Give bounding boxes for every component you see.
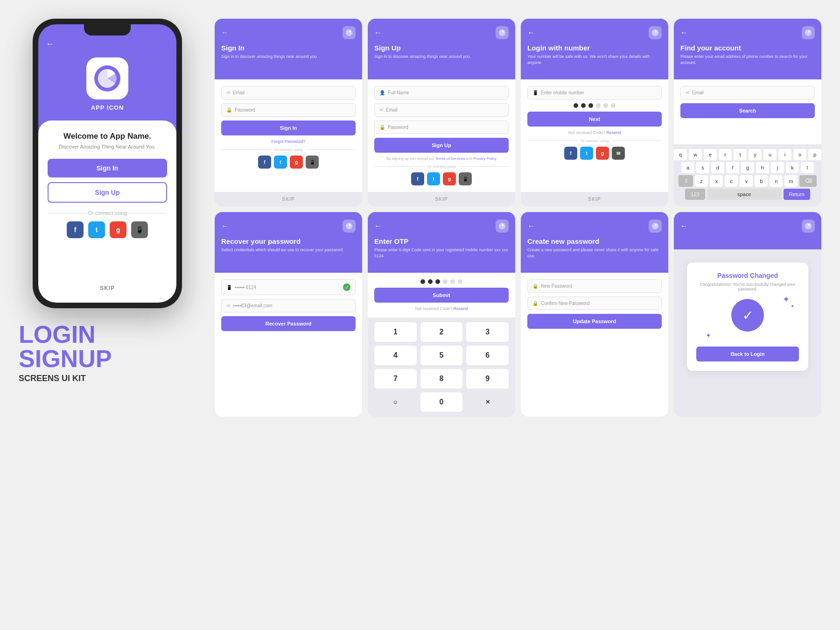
kb-return[interactable]: Return: [784, 189, 810, 200]
kb-b[interactable]: b: [755, 175, 768, 187]
facebook-icon[interactable]: f: [67, 221, 84, 238]
signin-email-field[interactable]: ✉ Email: [221, 86, 356, 99]
kb-n[interactable]: n: [770, 175, 783, 187]
kb-k[interactable]: k: [786, 162, 799, 173]
kb-numbers[interactable]: 123: [685, 189, 705, 200]
resend-link[interactable]: Resend: [607, 130, 621, 135]
kb-p[interactable]: p: [808, 149, 821, 160]
numpad-4[interactable]: 4: [374, 346, 417, 365]
numpad-7[interactable]: 7: [374, 369, 417, 389]
ln-twitter-icon[interactable]: t: [580, 147, 593, 160]
kb-q[interactable]: q: [674, 149, 687, 160]
phone-icon[interactable]: 📱: [131, 221, 148, 238]
kb-y[interactable]: y: [749, 149, 762, 160]
ln-facebook-icon[interactable]: f: [564, 147, 577, 160]
confirm-password-field[interactable]: 🔒 Confirm New Password: [527, 297, 662, 310]
kb-v[interactable]: v: [740, 175, 753, 187]
numpad-5[interactable]: 5: [420, 346, 463, 365]
signin-password-field[interactable]: 🔒 Password: [221, 103, 356, 117]
twitter-icon[interactable]: t: [88, 221, 105, 238]
otp-submit-button[interactable]: Submit: [374, 288, 509, 303]
signin-facebook-icon[interactable]: f: [258, 156, 271, 169]
success-checkmark-badge: ✓: [731, 299, 764, 332]
kb-delete[interactable]: ⌫: [799, 175, 817, 187]
new-password-field[interactable]: 🔒 New Password: [527, 279, 662, 293]
kb-i[interactable]: i: [778, 149, 791, 160]
kb-w[interactable]: w: [689, 149, 702, 160]
kb-u[interactable]: u: [763, 149, 777, 160]
numpad-face[interactable]: ☺: [374, 392, 417, 412]
kb-o[interactable]: o: [793, 149, 806, 160]
kb-z[interactable]: z: [695, 175, 708, 187]
signin-footer[interactable]: SKIP: [215, 192, 362, 206]
signup-google-icon[interactable]: g: [443, 172, 456, 185]
email-option-field[interactable]: ✉ •••••83@email.com: [221, 299, 356, 312]
privacy-link[interactable]: Privacy Policy: [473, 156, 497, 161]
signup-facebook-icon[interactable]: f: [411, 172, 424, 185]
numpad-9[interactable]: 9: [466, 369, 509, 389]
kb-a[interactable]: a: [681, 162, 694, 173]
signin-google-icon[interactable]: g: [290, 156, 303, 169]
signup-submit-button[interactable]: Sign Up: [374, 138, 509, 153]
kb-x[interactable]: x: [710, 175, 723, 187]
kb-j[interactable]: j: [771, 162, 784, 173]
kb-r[interactable]: r: [719, 149, 732, 160]
update-password-button[interactable]: Update Password: [527, 314, 662, 329]
signin-submit-button[interactable]: Sign In: [221, 120, 356, 135]
find-account-email-field[interactable]: ✉ Email: [680, 86, 815, 99]
kb-g[interactable]: g: [741, 162, 754, 173]
signin-phone-icon[interactable]: 📱: [306, 156, 319, 169]
kb-space[interactable]: space: [707, 189, 782, 200]
signup-twitter-icon[interactable]: t: [427, 172, 440, 185]
enter-otp-back-icon[interactable]: ←: [374, 222, 382, 230]
signin-header: ← Sign In Sign in to discover amazing th…: [215, 19, 362, 79]
numpad-3[interactable]: 3: [466, 322, 509, 342]
kb-h[interactable]: h: [756, 162, 769, 173]
numpad-2[interactable]: 2: [420, 322, 463, 342]
kb-e[interactable]: e: [704, 149, 717, 160]
terms-link[interactable]: Terms of Services: [435, 156, 465, 161]
kb-f[interactable]: f: [726, 162, 739, 173]
kb-s[interactable]: s: [696, 162, 709, 173]
signup-phone-icon[interactable]: 📱: [459, 172, 472, 185]
otp-resend-link[interactable]: Resend: [454, 306, 468, 311]
search-button[interactable]: Search: [680, 103, 815, 118]
ln-google-icon[interactable]: g: [596, 147, 609, 160]
kb-d[interactable]: d: [711, 162, 724, 173]
back-arrow-icon[interactable]: ←: [46, 39, 54, 49]
next-button[interactable]: Next: [527, 112, 662, 127]
recover-password-back-icon[interactable]: ←: [221, 222, 229, 230]
signin-twitter-icon[interactable]: t: [274, 156, 287, 169]
signup-footer[interactable]: SKIP: [368, 192, 515, 206]
kb-shift[interactable]: ⇧: [679, 175, 693, 187]
numpad-8[interactable]: 8: [420, 369, 463, 389]
login-number-footer[interactable]: SKIP: [521, 192, 668, 206]
signup-password-field[interactable]: 🔒 Password: [374, 120, 509, 134]
mobile-number-field[interactable]: 📱 Enter mobile number: [527, 86, 662, 99]
phone-option-field[interactable]: 📱 •••••• 6124 ✓: [221, 279, 356, 295]
signup-email-field[interactable]: ✉ Email: [374, 103, 509, 117]
signup-fullname-field[interactable]: 👤 Full Name: [374, 86, 509, 99]
signup-button[interactable]: Sign Up: [48, 182, 167, 203]
numpad-delete[interactable]: ✕: [466, 392, 509, 412]
skip-label[interactable]: SKIP: [100, 285, 115, 291]
create-password-back-icon[interactable]: ←: [527, 222, 535, 230]
numpad-6[interactable]: 6: [466, 346, 509, 365]
forgot-password-link[interactable]: Forgot Password?: [221, 139, 356, 144]
numpad-0[interactable]: 0: [420, 392, 463, 412]
recover-password-button[interactable]: Recover Password: [221, 316, 356, 331]
kb-m[interactable]: m: [784, 175, 798, 187]
google-icon[interactable]: g: [110, 221, 126, 238]
find-account-back-icon[interactable]: ←: [680, 28, 688, 37]
kb-c[interactable]: c: [725, 175, 738, 187]
signup-back-icon[interactable]: ←: [374, 28, 382, 37]
back-to-login-button[interactable]: Back to Login: [696, 347, 799, 361]
password-changed-back-icon[interactable]: ←: [680, 222, 688, 230]
kb-l[interactable]: l: [801, 162, 814, 173]
numpad-1[interactable]: 1: [374, 322, 417, 342]
signin-button[interactable]: Sign In: [48, 159, 167, 177]
kb-t[interactable]: t: [734, 149, 747, 160]
login-number-back-icon[interactable]: ←: [527, 28, 535, 37]
ln-email-icon[interactable]: ✉: [612, 147, 625, 160]
signin-back-icon[interactable]: ←: [221, 28, 229, 37]
